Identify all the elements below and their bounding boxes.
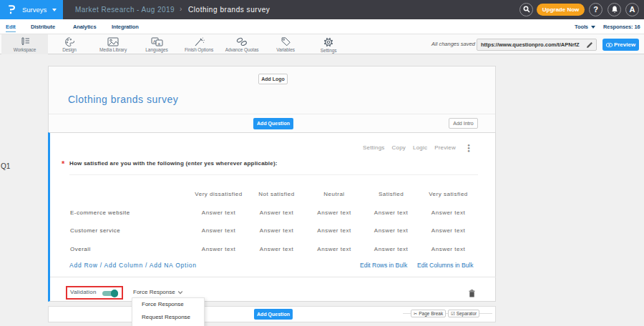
svg-text:A: A <box>153 39 156 44</box>
